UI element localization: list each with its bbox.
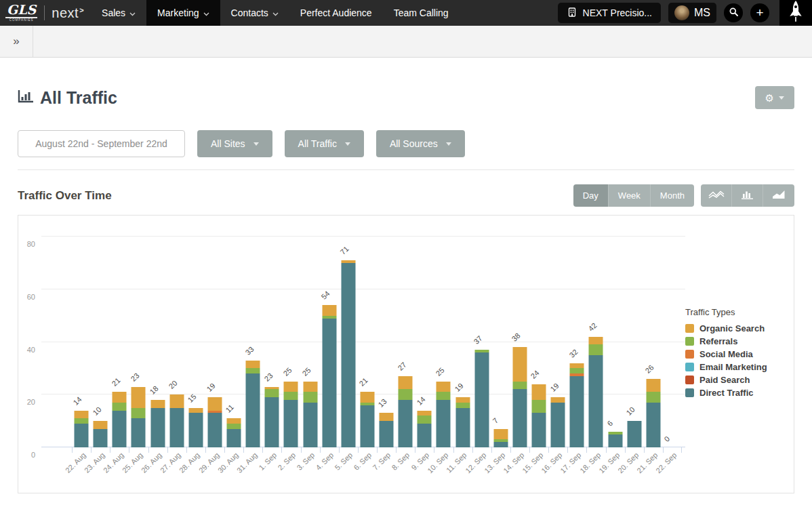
bar-stack[interactable] <box>512 347 527 447</box>
bar-stack[interactable] <box>360 392 374 447</box>
segment-organic_search[interactable] <box>399 376 413 389</box>
segment-direct_traffic[interactable] <box>150 408 165 447</box>
segment-organic_search[interactable] <box>113 392 127 403</box>
segment-direct_traffic[interactable] <box>227 429 241 447</box>
segment-organic_search[interactable] <box>418 411 432 416</box>
launcher-button[interactable] <box>779 0 812 26</box>
bar-stack[interactable] <box>627 421 641 447</box>
segment-referrals[interactable] <box>512 382 527 390</box>
sidebar-expand-button[interactable]: » <box>0 26 33 57</box>
segment-direct_traffic[interactable] <box>455 408 470 447</box>
interval-month-button[interactable]: Month <box>651 184 694 207</box>
segment-direct_traffic[interactable] <box>493 442 508 447</box>
segment-direct_traffic[interactable] <box>627 421 641 447</box>
bar-stack[interactable] <box>341 260 355 447</box>
segment-organic_search[interactable] <box>169 394 184 407</box>
bar-stack[interactable] <box>113 392 127 447</box>
segment-direct_traffic[interactable] <box>322 319 336 447</box>
segment-referrals[interactable] <box>284 392 298 400</box>
bar-stack[interactable] <box>551 397 565 447</box>
segment-organic_search[interactable] <box>131 387 146 408</box>
segment-organic_search[interactable] <box>207 397 222 410</box>
segment-direct_traffic[interactable] <box>474 352 489 447</box>
bar-stack[interactable] <box>493 429 508 447</box>
segment-direct_traffic[interactable] <box>380 421 394 447</box>
bar-stack[interactable] <box>265 387 279 447</box>
segment-organic_search[interactable] <box>455 397 470 403</box>
bar-stack[interactable] <box>150 400 165 447</box>
segment-referrals[interactable] <box>246 368 260 373</box>
bar-stack[interactable] <box>207 397 222 447</box>
bar-stack[interactable] <box>646 379 660 447</box>
segment-organic_search[interactable] <box>322 305 336 316</box>
segment-referrals[interactable] <box>646 392 660 403</box>
segment-direct_traffic[interactable] <box>399 400 413 447</box>
nav-item-contacts[interactable]: Contacts <box>220 0 289 26</box>
segment-direct_traffic[interactable] <box>418 424 432 447</box>
segment-organic_search[interactable] <box>284 382 298 392</box>
area-chart-type-button[interactable] <box>763 184 794 207</box>
segment-direct_traffic[interactable] <box>94 429 108 447</box>
segment-direct_traffic[interactable] <box>303 403 317 447</box>
segment-direct_traffic[interactable] <box>589 355 603 447</box>
segment-referrals[interactable] <box>437 392 451 400</box>
segment-direct_traffic[interactable] <box>284 400 298 447</box>
next-logo[interactable]: next> <box>52 5 84 21</box>
segment-organic_search[interactable] <box>551 397 565 403</box>
legend-item-organic_search[interactable]: Organic Search <box>685 323 787 333</box>
gls-logo[interactable]: GLS COMPANIES <box>5 3 37 22</box>
sites-filter-dropdown[interactable]: All Sites <box>197 130 272 157</box>
legend-item-email_marketing[interactable]: Email Marketing <box>685 362 787 372</box>
segment-referrals[interactable] <box>75 418 89 424</box>
bar-stack[interactable] <box>246 361 260 447</box>
date-range-input[interactable] <box>18 130 185 157</box>
segment-organic_search[interactable] <box>94 421 108 429</box>
bar-stack[interactable] <box>94 421 108 447</box>
segment-organic_search[interactable] <box>512 347 527 382</box>
bar-stack[interactable] <box>380 413 394 447</box>
segment-direct_traffic[interactable] <box>570 376 584 447</box>
bar-stack[interactable] <box>322 305 336 447</box>
traffic-filter-dropdown[interactable]: All Traffic <box>285 130 364 157</box>
bar-stack[interactable] <box>455 397 470 447</box>
segment-direct_traffic[interactable] <box>265 397 279 447</box>
segment-organic_search[interactable] <box>437 382 451 392</box>
segment-referrals[interactable] <box>113 403 127 411</box>
sources-filter-dropdown[interactable]: All Sources <box>376 130 465 157</box>
interval-day-button[interactable]: Day <box>573 184 609 207</box>
segment-organic_search[interactable] <box>150 400 165 408</box>
bar-stack[interactable] <box>188 408 203 447</box>
segment-referrals[interactable] <box>227 424 241 429</box>
segment-organic_search[interactable] <box>188 408 203 413</box>
segment-direct_traffic[interactable] <box>113 411 127 447</box>
segment-organic_search[interactable] <box>75 411 89 419</box>
segment-direct_traffic[interactable] <box>207 413 222 447</box>
segment-organic_search[interactable] <box>380 413 394 421</box>
settings-button[interactable]: ⚙ <box>755 86 794 109</box>
segment-direct_traffic[interactable] <box>169 408 184 447</box>
nav-item-team-calling[interactable]: Team Calling <box>383 0 460 26</box>
segment-direct_traffic[interactable] <box>551 403 565 447</box>
bar-stack[interactable] <box>75 411 89 447</box>
segment-organic_search[interactable] <box>570 363 584 369</box>
interval-week-button[interactable]: Week <box>609 184 651 207</box>
bar-stack[interactable] <box>284 382 298 447</box>
bar-stack[interactable] <box>437 382 451 447</box>
nav-item-sales[interactable]: Sales <box>91 0 146 26</box>
bar-stack[interactable] <box>570 363 584 447</box>
bar-stack[interactable] <box>131 387 146 447</box>
segment-referrals[interactable] <box>532 400 546 413</box>
segment-referrals[interactable] <box>131 408 146 419</box>
bar-stack[interactable] <box>532 384 546 447</box>
segment-direct_traffic[interactable] <box>437 400 451 447</box>
segment-referrals[interactable] <box>265 389 279 397</box>
segment-direct_traffic[interactable] <box>608 434 622 447</box>
segment-referrals[interactable] <box>589 344 603 355</box>
bar-stack[interactable] <box>227 418 241 447</box>
segment-referrals[interactable] <box>455 403 470 408</box>
legend-item-direct_traffic[interactable]: Direct Traffic <box>685 388 787 398</box>
segment-organic_search[interactable] <box>246 361 260 369</box>
bar-chart-type-button[interactable] <box>732 184 763 207</box>
add-button[interactable]: + <box>750 3 769 22</box>
segment-organic_search[interactable] <box>646 379 660 392</box>
